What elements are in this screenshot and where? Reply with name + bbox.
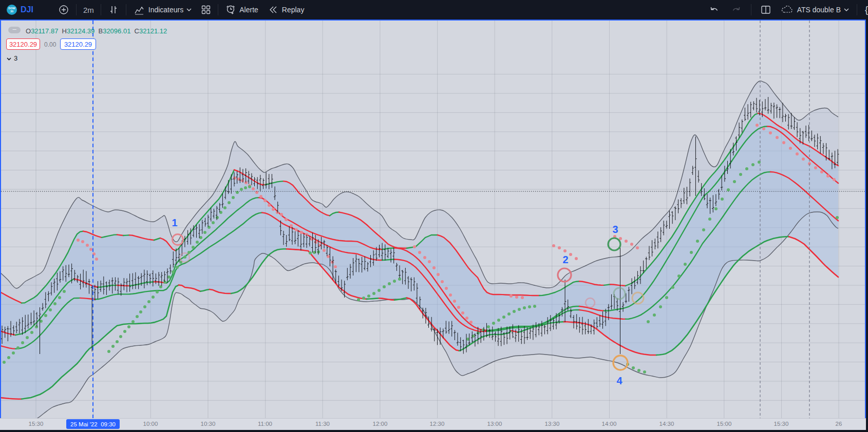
- svg-text:4: 4: [616, 375, 622, 386]
- svg-text:1: 1: [172, 217, 177, 228]
- svg-text:3: 3: [612, 224, 618, 235]
- svg-text:2: 2: [562, 254, 568, 265]
- svg-text:DOW: DOW: [8, 7, 15, 10]
- svg-text:30: 30: [10, 10, 13, 13]
